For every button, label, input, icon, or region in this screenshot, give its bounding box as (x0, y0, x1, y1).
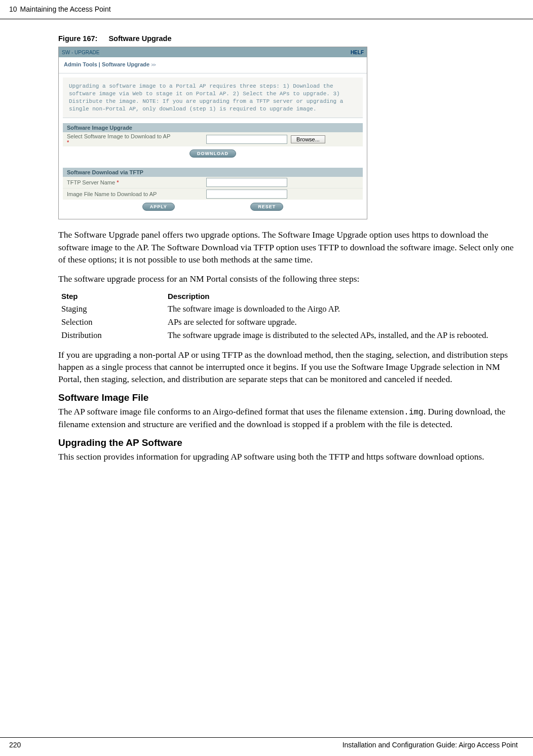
software-download-tftp-section: Software Download via TFTP TFTP Server N… (63, 168, 363, 200)
page-number: 220 (9, 741, 21, 749)
select-image-row: Select Software Image to Download to AP … (63, 132, 363, 146)
step-name: Selection (61, 317, 168, 328)
browse-button[interactable]: Browse... (291, 135, 325, 143)
software-image-upgrade-section: Software Image Upgrade Select Software I… (63, 123, 363, 163)
section-header-image-upgrade: Software Image Upgrade (63, 123, 363, 132)
tftp-server-input[interactable] (206, 178, 287, 187)
image-filename-input[interactable] (206, 190, 287, 199)
apply-button[interactable]: APPLY (142, 203, 175, 211)
paragraph-steps-intro: The software upgrade process for an NM P… (58, 273, 518, 285)
step-desc: The software image is downloaded to the … (168, 304, 518, 315)
steps-table: Step Description Staging The software im… (61, 292, 518, 342)
page-footer: 220 Installation and Configuration Guide… (0, 737, 533, 749)
image-filename-row: Image File Name to Download to AP (63, 188, 363, 200)
chapter-title: Maintaining the Access Point (20, 5, 111, 13)
image-path-input[interactable] (206, 135, 287, 144)
figure-label: Figure 167: (58, 34, 97, 43)
software-upgrade-screenshot: SW - UPGRADE HELF Admin Tools | Software… (58, 47, 367, 219)
img-extension-code: .img (404, 408, 423, 417)
step-desc: APs are selected for software upgrade. (168, 317, 518, 328)
select-image-label: Select Software Image to Download to AP … (67, 133, 206, 145)
reset-button[interactable]: RESET (250, 203, 283, 211)
tftp-server-row: TFTP Server Name * (63, 177, 363, 188)
breadcrumb-arrows: >> (151, 62, 156, 67)
panel-description: Upgrading a software image to a Portal A… (63, 78, 363, 118)
screenshot-topbar: SW - UPGRADE HELF (59, 47, 367, 57)
page-header: 10 Maintaining the Access Point (0, 0, 533, 19)
image-filename-field (206, 190, 359, 199)
required-marker: * (117, 179, 119, 185)
select-image-label-text: Select Software Image to Download to AP (67, 133, 170, 139)
image-filename-label: Image File Name to Download to AP (67, 191, 206, 197)
section-header-tftp: Software Download via TFTP (63, 168, 363, 177)
tftp-server-field (206, 178, 359, 187)
steps-header-step: Step (61, 292, 168, 300)
step-desc: The software upgrade image is distribute… (168, 330, 518, 341)
page-content: Figure 167: Software Upgrade SW - UPGRAD… (0, 19, 533, 463)
select-image-field: Browse... (206, 135, 359, 144)
help-link[interactable]: HELF (351, 50, 364, 55)
figure-title: Software Upgrade (108, 34, 171, 43)
panel-title: SW - UPGRADE (62, 50, 99, 55)
table-row: Staging The software image is downloaded… (61, 304, 518, 315)
paragraph-image-file: The AP software image file conforms to a… (58, 405, 518, 430)
tftp-server-label-text: TFTP Server Name (67, 179, 115, 185)
doc-title: Installation and Configuration Guide: Ai… (342, 741, 518, 749)
table-row: Selection APs are selected for software … (61, 317, 518, 328)
download-row: DOWNLOAD (63, 146, 363, 163)
heading-software-image-file: Software Image File (58, 392, 518, 403)
apply-reset-row: APPLY RESET (59, 200, 367, 219)
p4-part-a: The AP software image file conforms to a… (58, 406, 404, 417)
breadcrumb-text: Admin Tools | Software Upgrade (64, 61, 149, 67)
chapter-number: 10 (9, 5, 17, 13)
download-button[interactable]: DOWNLOAD (189, 149, 236, 158)
paragraph-intro: The Software Upgrade panel offers two up… (58, 229, 518, 265)
paragraph-upgrading: This section provides information for up… (58, 450, 518, 463)
heading-upgrading-ap-software: Upgrading the AP Software (58, 437, 518, 448)
paragraph-nonportal: If you are upgrading a non-portal AP or … (58, 349, 518, 385)
steps-header-desc: Description (168, 292, 518, 300)
breadcrumb: Admin Tools | Software Upgrade >> (59, 57, 367, 73)
step-name: Staging (61, 304, 168, 315)
figure-caption: Figure 167: Software Upgrade (58, 34, 518, 43)
steps-header: Step Description (61, 292, 518, 300)
tftp-server-label: TFTP Server Name * (67, 179, 206, 185)
table-row: Distribution The software upgrade image … (61, 330, 518, 341)
step-name: Distribution (61, 330, 168, 341)
required-marker: * (67, 139, 69, 145)
